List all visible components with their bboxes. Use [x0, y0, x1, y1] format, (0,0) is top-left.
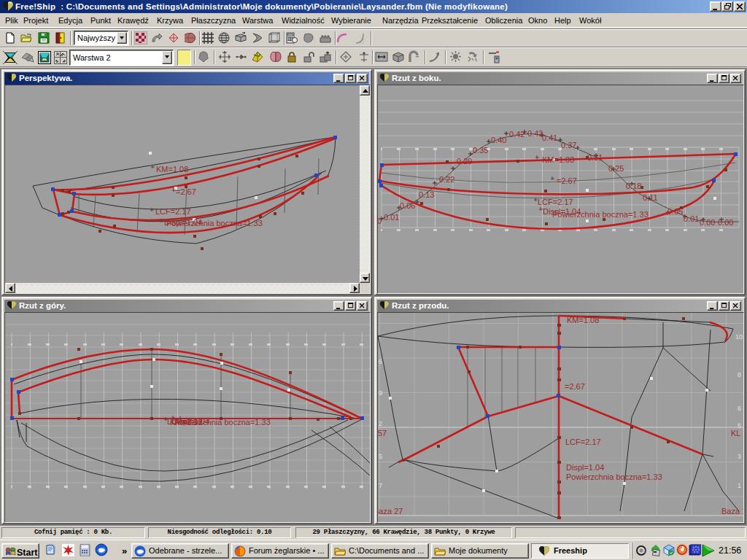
svg-text:0: 0 [378, 217, 382, 225]
svg-text:0.35: 0.35 [473, 146, 488, 155]
svg-text:0.00: 0.00 [700, 218, 715, 227]
svg-text:0.40: 0.40 [491, 136, 506, 144]
svg-text:6: 6 [379, 358, 382, 365]
svg-text:0.01: 0.01 [384, 213, 399, 222]
svg-text:0.05: 0.05 [667, 207, 683, 216]
svg-text:0.06: 0.06 [400, 201, 415, 210]
svg-text:KM=1.08: KM=1.08 [156, 165, 188, 174]
svg-text:Powierzchnia boczna=1.33: Powierzchnia boczna=1.33 [166, 219, 263, 228]
svg-text:5: 5 [738, 422, 741, 429]
svg-text:0.18: 0.18 [626, 182, 641, 190]
svg-text:Baza 1: Baza 1 [721, 507, 743, 516]
svg-text:0.22: 0.22 [439, 175, 454, 184]
svg-text:KL: KL [731, 429, 740, 438]
svg-text:0.37: 0.37 [561, 141, 576, 149]
svg-text:7: 7 [379, 482, 382, 489]
svg-text:=2.67: =2.67 [565, 382, 585, 391]
svg-text:10: 10 [735, 333, 743, 341]
svg-text:KM=1.08: KM=1.08 [567, 316, 599, 324]
svg-text:1: 1 [738, 482, 741, 489]
svg-text:8: 8 [738, 371, 741, 378]
svg-text:Powierzchnia boczna=1.33: Powierzchnia boczna=1.33 [552, 210, 649, 219]
svg-text:0.42: 0.42 [509, 130, 525, 139]
svg-text:Displ=1.04: Displ=1.04 [566, 463, 604, 472]
svg-text:3: 3 [738, 453, 741, 460]
svg-text:Baza 27: Baza 27 [378, 507, 403, 516]
svg-text:0.31: 0.31 [587, 153, 603, 162]
svg-text:0.29: 0.29 [457, 157, 472, 166]
svg-text:=2.67: =2.67 [557, 176, 577, 185]
svg-text:6: 6 [738, 405, 741, 412]
svg-text:0.13: 0.13 [419, 190, 434, 199]
svg-text:0.41: 0.41 [542, 133, 557, 142]
svg-text:LCF=2.17: LCF=2.17 [155, 207, 191, 216]
svg-text:KM=1.08: KM=1.08 [542, 155, 574, 164]
svg-text:Powierzchnia boczna=1.33: Powierzchnia boczna=1.33 [174, 418, 271, 427]
svg-text:2: 2 [379, 420, 382, 427]
svg-text:0.25: 0.25 [608, 164, 624, 173]
svg-text:0.00: 0.00 [718, 218, 733, 227]
svg-text:=2.67: =2.67 [176, 187, 196, 196]
svg-text:Powierzchnia boczna=1.33: Powierzchnia boczna=1.33 [566, 472, 662, 481]
svg-text:5: 5 [379, 453, 382, 460]
svg-text:LCF=2.17: LCF=2.17 [565, 438, 601, 446]
svg-text:0.11: 0.11 [643, 193, 658, 202]
svg-text:0.43: 0.43 [527, 129, 543, 138]
svg-text:0.01: 0.01 [684, 214, 699, 223]
svg-text:9: 9 [379, 389, 382, 397]
svg-text:57: 57 [378, 429, 387, 438]
svg-text:LCF=2.17: LCF=2.17 [538, 198, 573, 206]
